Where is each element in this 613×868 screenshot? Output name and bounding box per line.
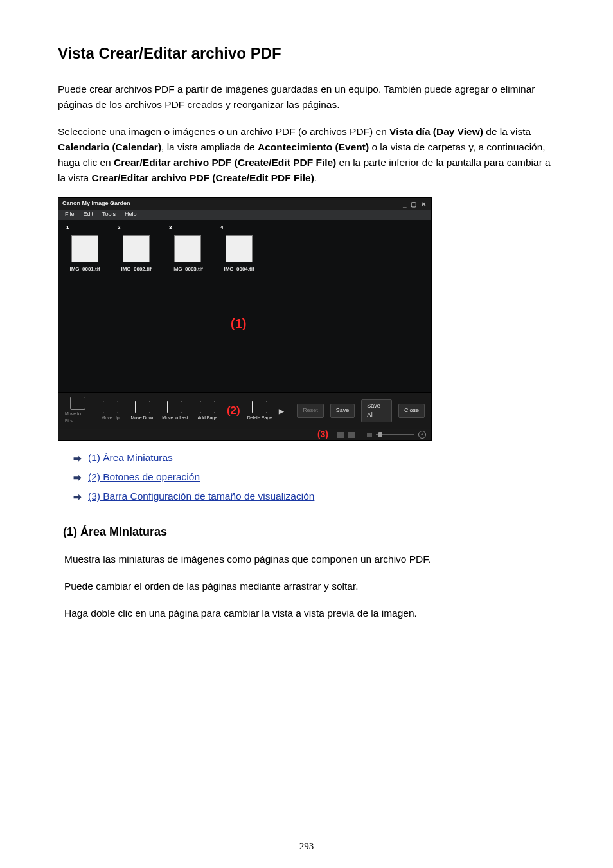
size-config-bar: (3) +	[58, 429, 431, 440]
thumbnail-item[interactable]: 2 IMG_0002.tif	[116, 224, 156, 391]
thumb-number: 1	[66, 224, 69, 231]
label: Move Down	[130, 415, 154, 422]
callout-3: (3)	[317, 428, 328, 442]
reset-button[interactable]: Reset	[297, 404, 324, 418]
thumbnail-area: 1 IMG_0001.tif 2 IMG_0002.tif 3 IMG_0003…	[58, 220, 431, 392]
page-number: 293	[0, 839, 613, 854]
bold-day-view: Vista día (Day View)	[389, 126, 483, 137]
list-item: ➡(2) Botones de operación	[73, 469, 555, 485]
window-titlebar: Canon My Image Garden _ ▢ ✕	[58, 198, 431, 210]
list-item: ➡(3) Barra Configuración de tamaño de vi…	[73, 489, 555, 504]
link-barra-config[interactable]: (3) Barra Configuración de tamaño de vis…	[88, 489, 314, 504]
bold-create-edit-pdf-2: Crear/Editar archivo PDF (Create/Edit PD…	[92, 172, 314, 183]
link-area-miniaturas[interactable]: (1) Área Miniaturas	[88, 450, 173, 466]
bold-event: Acontecimiento (Event)	[258, 141, 369, 152]
app-screenshot: Canon My Image Garden _ ▢ ✕ File Edit To…	[58, 197, 432, 441]
operation-buttons-bar: Move to First Move Up Move Down Move to …	[58, 392, 431, 429]
thumb-number: 3	[169, 224, 172, 231]
chevron-right-icon[interactable]: ▶	[279, 406, 284, 417]
move-to-first-button[interactable]: Move to First	[65, 397, 91, 425]
arrow-right-icon: ➡	[73, 470, 82, 485]
arrow-right-icon: ➡	[73, 489, 82, 504]
section1-p2: Puede cambiar el orden de las páginas me…	[64, 579, 555, 594]
window-controls: _ ▢ ✕	[403, 199, 427, 210]
page-icon	[123, 235, 150, 262]
text: , la vista ampliada de	[161, 141, 258, 152]
move-down-button[interactable]: Move Down	[130, 401, 155, 422]
large-thumbs-icon[interactable]	[337, 432, 344, 438]
callout-2: (2)	[227, 402, 240, 419]
thumb-number: 4	[220, 224, 223, 231]
move-up-icon	[103, 401, 118, 413]
window-title: Canon My Image Garden	[62, 199, 130, 208]
delete-page-button[interactable]: Delete Page	[247, 401, 272, 422]
menu-help[interactable]: Help	[125, 210, 137, 219]
move-to-last-button[interactable]: Move to Last	[162, 401, 188, 422]
save-button[interactable]: Save	[330, 404, 355, 418]
move-last-icon	[167, 401, 182, 413]
menu-tools[interactable]: Tools	[102, 210, 116, 219]
zoom-control: +	[337, 431, 426, 439]
arrow-right-icon: ➡	[73, 451, 82, 466]
close-button[interactable]: Close	[398, 404, 425, 418]
add-page-button[interactable]: Add Page	[195, 401, 220, 422]
section1-p1: Muestra las miniaturas de imágenes como …	[64, 552, 555, 567]
label: Move to First	[65, 411, 91, 425]
thumb-filename: IMG_0001.tif	[69, 266, 100, 273]
instructions-paragraph: Seleccione una imagen o imágenes o un ar…	[58, 124, 555, 186]
callout-1: (1)	[231, 314, 246, 334]
move-down-icon	[135, 401, 150, 413]
label: Delete Page	[247, 415, 272, 422]
label: Add Page	[197, 415, 217, 422]
thumb-filename: IMG_0004.tif	[224, 266, 254, 273]
list-item: ➡(1) Área Miniaturas	[73, 450, 555, 466]
link-botones-operacion[interactable]: (2) Botones de operación	[88, 469, 200, 485]
save-all-button[interactable]: Save All	[361, 399, 392, 422]
menu-edit[interactable]: Edit	[84, 210, 94, 219]
section1-p3: Haga doble clic en una página para cambi…	[64, 606, 555, 621]
page-title: Vista Crear/Editar archivo PDF	[58, 41, 555, 65]
intro-paragraph: Puede crear archivos PDF a partir de imá…	[58, 82, 555, 113]
section-heading-1: (1) Área Miniaturas	[63, 523, 555, 541]
label: Move Up	[102, 415, 120, 422]
bold-calendar: Calendario (Calendar)	[58, 141, 161, 152]
thumbnail-item[interactable]: 4 IMG_0004.tif	[219, 224, 259, 391]
zoom-in-icon[interactable]: +	[418, 431, 426, 439]
menu-file[interactable]: File	[65, 210, 75, 219]
delete-page-icon	[252, 401, 267, 413]
thumbnail-item[interactable]: 1 IMG_0001.tif	[65, 224, 105, 391]
text: de la vista	[483, 126, 531, 137]
zoom-slider[interactable]	[376, 434, 414, 435]
page-icon	[174, 235, 201, 262]
anchor-link-list: ➡(1) Área Miniaturas ➡(2) Botones de ope…	[73, 450, 555, 504]
move-first-icon	[70, 397, 85, 410]
add-page-icon	[200, 401, 215, 413]
thumb-number: 2	[118, 224, 120, 231]
text: Seleccione una imagen o imágenes o un ar…	[58, 126, 389, 137]
page-icon	[71, 235, 98, 262]
label: Move to Last	[162, 415, 188, 422]
thumbnail-item[interactable]: 3 IMG_0003.tif	[168, 224, 208, 391]
thumb-filename: IMG_0002.tif	[121, 266, 151, 273]
large-thumbs-icon[interactable]	[348, 432, 355, 438]
page-icon	[226, 235, 253, 262]
move-up-button[interactable]: Move Up	[97, 401, 123, 422]
thumb-filename: IMG_0003.tif	[172, 266, 202, 273]
menu-bar: File Edit Tools Help	[58, 210, 431, 220]
bold-create-edit-pdf-1: Crear/Editar archivo PDF (Create/Edit PD…	[114, 157, 336, 168]
text: .	[314, 172, 317, 183]
small-thumbs-icon[interactable]	[367, 433, 372, 437]
zoom-knob[interactable]	[378, 432, 382, 437]
